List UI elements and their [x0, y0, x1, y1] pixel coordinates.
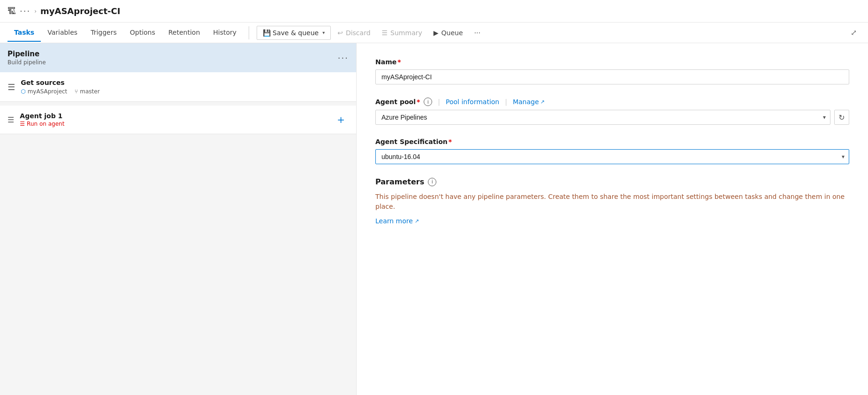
agent-job-subtitle: ☰ Run on agent — [20, 121, 64, 127]
name-required: * — [397, 58, 401, 66]
run-on-agent-label: Run on agent — [27, 121, 64, 127]
agent-pool-label: Agent pool* — [375, 98, 420, 106]
queue-button[interactable]: ▶ Queue — [429, 26, 468, 39]
expand-button[interactable]: ⤢ — [847, 26, 860, 39]
summary-icon: ☰ — [382, 29, 388, 37]
get-sources-branch: ⑂ master — [75, 88, 99, 95]
separator1: | — [438, 98, 440, 106]
agent-job-icon: ☰ — [8, 115, 14, 124]
agent-spec-select-wrapper: ubuntu-16.04 ▾ — [375, 149, 849, 164]
queue-label: Queue — [442, 29, 463, 37]
parameters-description: This pipeline doesn't have any pipeline … — [375, 192, 849, 212]
name-input[interactable] — [375, 69, 849, 84]
get-sources-title: Get sources — [21, 79, 100, 86]
agent-pool-selector-row: Azure Pipelines ▾ ↻ — [375, 110, 849, 125]
parameters-header: Parameters i — [375, 177, 849, 186]
repo-icon: ⬡ — [21, 88, 25, 95]
parameters-group: Parameters i This pipeline doesn't have … — [375, 177, 849, 225]
tab-options[interactable]: Options — [123, 24, 162, 42]
agent-spec-field-group: Agent Specification* ubuntu-16.04 ▾ — [375, 138, 849, 164]
discard-button[interactable]: ↩ Discard — [333, 26, 375, 39]
agent-pool-select-wrapper: Azure Pipelines ▾ — [375, 110, 830, 125]
agent-pool-label-row: Agent pool* i | Pool information | Manag… — [375, 98, 849, 106]
more-actions-button[interactable]: ··· — [470, 26, 485, 39]
tab-variables[interactable]: Variables — [41, 24, 84, 42]
name-field-group: Name* — [375, 58, 849, 84]
summary-button[interactable]: ☰ Summary — [377, 26, 427, 39]
save-queue-caret: ▾ — [322, 30, 325, 35]
pool-information-link[interactable]: Pool information — [446, 98, 499, 106]
pipeline-info: Pipeline Build pipeline — [8, 50, 46, 66]
external-link-icon: ↗ — [541, 99, 545, 105]
discard-icon: ↩ — [337, 29, 343, 37]
branch-icon: ⑂ — [75, 88, 78, 95]
get-sources-icon: ☰ — [8, 82, 15, 92]
separator2: | — [505, 98, 507, 106]
pipeline-title: Pipeline — [8, 50, 46, 58]
branch-name: master — [80, 88, 99, 95]
agent-pool-info-icon[interactable]: i — [424, 98, 432, 106]
tab-tasks[interactable]: Tasks — [8, 24, 41, 42]
tab-triggers[interactable]: Triggers — [84, 24, 123, 42]
get-sources-section[interactable]: ☰ Get sources ⬡ myASAproject ⑂ master — [0, 72, 356, 102]
save-queue-button[interactable]: 💾 Save & queue ▾ — [257, 26, 331, 40]
queue-icon: ▶ — [434, 29, 439, 37]
agent-job-title: Agent job 1 — [20, 112, 64, 120]
discard-label: Discard — [346, 29, 371, 37]
pipeline-subtitle: Build pipeline — [8, 59, 46, 66]
repo-name: myASAproject — [28, 88, 68, 95]
page-title: myASAproject-CI — [40, 6, 120, 16]
get-sources-repo: ⬡ myASAproject — [21, 88, 67, 95]
nav-actions: 💾 Save & queue ▾ ↩ Discard ☰ Summary ▶ Q… — [257, 26, 485, 40]
pipeline-section[interactable]: Pipeline Build pipeline ··· — [0, 43, 356, 72]
agent-job-info: Agent job 1 ☰ Run on agent — [20, 112, 64, 127]
agent-spec-label: Agent Specification* — [375, 138, 849, 145]
tab-retention[interactable]: Retention — [162, 24, 207, 42]
name-label: Name* — [375, 58, 849, 66]
top-bar: 🏗 ··· › myASAproject-CI — [0, 0, 868, 23]
pipeline-icon: 🏗 — [8, 6, 16, 16]
agent-pool-select[interactable]: Azure Pipelines — [375, 110, 830, 125]
left-panel: Pipeline Build pipeline ··· ☰ Get source… — [0, 43, 357, 395]
nav-divider — [249, 26, 249, 39]
summary-label: Summary — [390, 29, 422, 37]
breadcrumb-chevron: › — [34, 8, 37, 15]
get-sources-info: Get sources ⬡ myASAproject ⑂ master — [21, 79, 100, 95]
save-icon: 💾 — [263, 29, 271, 37]
save-queue-label: Save & queue — [273, 29, 319, 37]
learn-more-label: Learn more — [375, 217, 413, 225]
more-dots-icon: ··· — [474, 29, 480, 37]
learn-more-external-icon: ↗ — [415, 218, 419, 224]
agent-job-left: ☰ Agent job 1 ☰ Run on agent — [8, 112, 64, 127]
main-content: Pipeline Build pipeline ··· ☰ Get source… — [0, 43, 868, 395]
tab-history[interactable]: History — [206, 24, 243, 42]
agent-spec-select[interactable]: ubuntu-16.04 — [375, 149, 849, 164]
parameters-title: Parameters — [375, 177, 424, 186]
parameters-info-icon[interactable]: i — [428, 178, 436, 186]
nav-tabs: Tasks Variables Triggers Options Retenti… — [0, 23, 868, 43]
agent-job-section[interactable]: ☰ Agent job 1 ☰ Run on agent + — [0, 106, 356, 134]
right-panel: Name* Agent pool* i | Pool information |… — [357, 43, 868, 395]
breadcrumb-dots[interactable]: ··· — [20, 6, 30, 16]
get-sources-meta: ⬡ myASAproject ⑂ master — [21, 88, 100, 95]
add-task-button[interactable]: + — [333, 112, 349, 127]
pipeline-menu-dots[interactable]: ··· — [338, 53, 349, 63]
refresh-pool-button[interactable]: ↻ — [834, 110, 849, 125]
learn-more-link[interactable]: Learn more ↗ — [375, 217, 849, 225]
agent-pool-field-group: Agent pool* i | Pool information | Manag… — [375, 98, 849, 125]
manage-link[interactable]: Manage ↗ — [513, 98, 545, 106]
run-on-agent-icon: ☰ — [20, 121, 25, 127]
